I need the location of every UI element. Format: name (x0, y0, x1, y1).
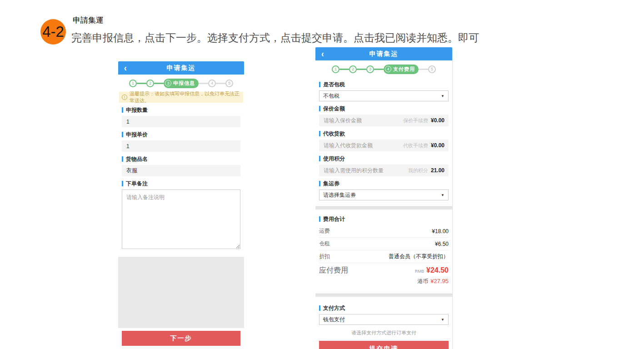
tax-label: 是否包税 (319, 81, 449, 88)
page-subtitle: 完善申报信息，点击下一步。选择支付方式，点击提交申请。点击我已阅读并知悉。即可 (71, 31, 479, 45)
declare-price-input[interactable] (122, 140, 240, 152)
payment-hint: 请选择支付方式进行订单支付 (319, 329, 449, 336)
coupon-select[interactable]: 请选择集运券 ▼ (319, 189, 449, 200)
cod-label: 代收货款 (319, 130, 449, 137)
step-2: 2 (146, 80, 154, 87)
fee-summary-title: 费用合计 (319, 216, 449, 222)
points-input[interactable] (319, 165, 449, 176)
step-connector (199, 83, 208, 84)
step-2: 2 (349, 65, 357, 73)
goods-name-label: 货物品名 (122, 156, 240, 162)
step-connector (357, 69, 366, 70)
points-label-text: 使用积分 (323, 155, 345, 163)
step-3-number: 3 (165, 80, 171, 86)
payment-method-select[interactable]: 钱包支付 ▼ (319, 314, 449, 325)
step-1: 1 (129, 80, 137, 87)
declare-quantity-label-text: 申报数量 (126, 106, 148, 114)
declare-quantity-input[interactable] (122, 116, 240, 127)
section-divider (315, 206, 452, 209)
declare-price-label: 申报单价 (122, 131, 240, 138)
tax-select[interactable]: 不包税 ▼ (319, 90, 449, 101)
step-connector (216, 83, 225, 84)
storage-fee-label: 仓租 (319, 240, 330, 248)
step-5: 5 (225, 80, 233, 87)
info-circle-icon: ! (122, 95, 127, 100)
next-step-button[interactable]: 下一步 (122, 331, 240, 346)
fee-row-storage: 仓租 ¥6.50 (319, 238, 449, 250)
insured-label: 保价金额 (319, 105, 449, 112)
page-title: 申請集運 (73, 15, 104, 25)
label-accent-bar (122, 156, 123, 162)
back-icon[interactable]: ‹ (321, 46, 324, 62)
page: 4-2 申請集運 完善申报信息，点击下一步。选择支付方式，点击提交申请。点击我已… (0, 0, 644, 349)
dropdown-arrow-icon: ▼ (441, 193, 444, 197)
step-5: 5 (428, 65, 436, 73)
step-connector (374, 69, 384, 70)
cod-amount-input[interactable] (319, 140, 449, 151)
payment-method-value: 钱包支付 (323, 316, 345, 324)
coupon-label-text: 集运券 (323, 180, 339, 188)
hkd-currency-label: 港币 (417, 278, 428, 285)
payable-amount-hkd: ¥27.95 (430, 278, 449, 284)
tax-select-value: 不包税 (323, 92, 339, 100)
dropdown-arrow-icon: ▼ (441, 318, 444, 322)
order-remark-label-text: 下单备注 (126, 180, 148, 188)
fee-summary-title-text: 费用合计 (323, 215, 345, 223)
dropdown-arrow-icon: ▼ (441, 94, 444, 98)
declare-price-label-text: 申报单价 (126, 131, 148, 139)
order-remark-label: 下单备注 (122, 180, 240, 187)
label-accent-bar (319, 82, 320, 87)
right-stepper: 1 2 3 4 支付费用 5 (315, 64, 452, 74)
goods-name-input[interactable] (122, 165, 240, 176)
left-stepper: 1 2 3 申报信息 4 5 (118, 78, 244, 88)
step-3-active: 3 申报信息 (164, 79, 199, 88)
right-app-bar: ‹ 申请集运 (315, 47, 452, 60)
step-1: 1 (332, 65, 339, 73)
step-4-number: 4 (385, 66, 391, 72)
section-divider (315, 294, 452, 297)
shipping-fee-value: ¥18.00 (432, 228, 449, 234)
step-connector (137, 83, 146, 84)
phone-pay-fee: ‹ 申请集运 1 2 3 4 支付费用 5 是否包税 不包税 ▼ (315, 47, 453, 349)
label-accent-bar (319, 106, 320, 111)
label-accent-bar (122, 107, 123, 113)
order-remark-textarea[interactable] (122, 189, 240, 249)
fee-row-hkd: 港币 ¥27.95 (319, 278, 449, 289)
payable-label: 应付费用 (319, 266, 348, 275)
discount-label: 折扣 (319, 253, 330, 260)
step-connector (419, 69, 428, 70)
coupon-select-value: 请选择集运券 (323, 191, 356, 199)
label-accent-bar (122, 181, 123, 186)
label-accent-bar (319, 181, 320, 186)
step-4-label: 支付费用 (393, 66, 415, 73)
label-accent-bar (319, 216, 320, 222)
step-badge: 4-2 (40, 19, 66, 45)
image-placeholder (118, 257, 244, 328)
step-connector (339, 69, 349, 70)
insured-label-text: 保价金额 (323, 105, 345, 113)
label-accent-bar (319, 131, 320, 136)
left-app-bar: ‹ 申请集运 (118, 61, 244, 75)
step-4: 4 (208, 80, 216, 87)
label-accent-bar (319, 305, 320, 311)
step-3-label: 申报信息 (173, 80, 195, 87)
shipping-fee-label: 运费 (319, 227, 330, 235)
label-accent-bar (319, 156, 320, 161)
step-connector (154, 83, 164, 84)
submit-application-button[interactable]: 提交申请 (319, 341, 449, 349)
cod-label-text: 代收货款 (323, 130, 345, 138)
rmb-currency-label: RMB (415, 269, 424, 274)
warning-banner: ! 温馨提示：请如实填写申报信息，以免订单无法正常送达。 (119, 92, 243, 103)
fee-row-payable: 应付费用 RMB ¥24.50 (319, 263, 449, 278)
label-accent-bar (122, 132, 123, 137)
step-4-active: 4 支付费用 (384, 65, 419, 74)
phone-declare-info: ‹ 申请集运 1 2 3 申报信息 4 5 ! 温馨提示：请如实填写申报信息，以… (118, 61, 244, 346)
insured-amount-input[interactable] (319, 115, 449, 126)
warning-text: 温馨提示：请如实填写申报信息，以免订单无法正常送达。 (130, 90, 240, 104)
right-app-bar-title: 申请集运 (369, 50, 399, 58)
left-app-bar-title: 申请集运 (167, 64, 196, 72)
back-icon[interactable]: ‹ (124, 60, 127, 76)
tax-label-text: 是否包税 (323, 81, 345, 89)
fee-row-shipping: 运费 ¥18.00 (319, 225, 449, 238)
coupon-label: 集运券 (319, 180, 449, 187)
